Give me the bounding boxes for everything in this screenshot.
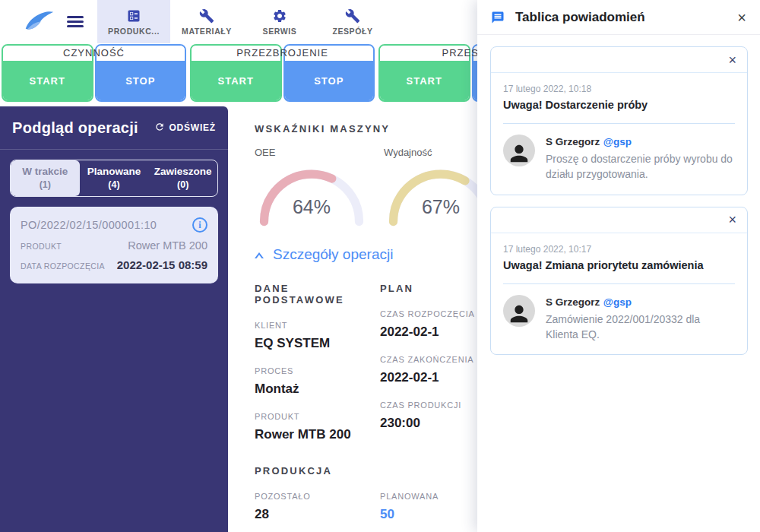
- notification-card: × 17 lutego 2022, 10:17 Uwaga! Zmiana pr…: [490, 207, 748, 356]
- field-label: PROCES: [255, 366, 380, 375]
- tab-zawieszone[interactable]: Zawieszone (0): [148, 160, 217, 196]
- tab-w-trakcie[interactable]: W trakcie (1): [11, 160, 80, 196]
- notifications-panel: Tablica powiadomień × × 17 lutego 2022, …: [477, 0, 760, 532]
- tab-label: PRODUKC...: [108, 27, 160, 36]
- gears-icon: [272, 8, 287, 24]
- start-button[interactable]: START: [3, 61, 92, 100]
- message-board-icon: [491, 11, 505, 24]
- divider: [503, 123, 735, 124]
- wrench-icon: [199, 8, 214, 24]
- tab-label: W trakcie: [12, 166, 78, 177]
- tab-count: (0): [150, 179, 216, 190]
- field-label: POZOSTAŁO: [255, 492, 380, 501]
- action-group-czynnosc: START STOP CZYNNOŚĆ: [2, 44, 186, 102]
- start-card: START: [378, 44, 470, 102]
- card-header: ×: [491, 207, 747, 233]
- gauge-value: 64%: [255, 196, 369, 218]
- notification-message: Proszę o dostarczenie próby wyrobu do dz…: [546, 151, 735, 182]
- notification-title: Uwaga! Zmiana priorytetu zamówienia: [503, 259, 735, 271]
- tab-label: MATERIAŁY: [182, 27, 232, 36]
- action-group-przezbrojenie: START STOP PRZEZBROJENIE: [190, 44, 375, 102]
- author-handle[interactable]: @gsp: [603, 136, 632, 147]
- start-button[interactable]: START: [380, 61, 469, 100]
- panel-header: Tablica powiadomień ×: [477, 0, 760, 35]
- info-icon[interactable]: i: [192, 217, 207, 233]
- stop-card: STOP: [95, 44, 187, 102]
- chevron-up-icon: [255, 248, 264, 261]
- sidebar-title: Podgląd operacji: [12, 119, 138, 137]
- column-title: DANE PODSTAWOWE: [255, 283, 380, 306]
- notification-message: Zamówienie 2022/001/20332 dla Klienta EQ…: [546, 312, 735, 343]
- sidebar-header: Podgląd operacji ODŚWIEŻ: [0, 106, 228, 150]
- tab-label: Planowane: [81, 166, 147, 177]
- tab-serwis[interactable]: SERWIS: [243, 0, 316, 43]
- wrench-icon: [345, 8, 360, 24]
- app-window: PRODUKC... MATERIAŁY SERWIS ZESPÓŁY: [0, 0, 760, 532]
- card-header: ×: [491, 47, 747, 73]
- nav-tabs: PRODUKC... MATERIAŁY SERWIS ZESPÓŁY: [97, 0, 389, 43]
- tab-label: SERWIS: [263, 27, 297, 36]
- notification-date: 17 lutego 2022, 10:18: [503, 84, 735, 94]
- field-label: PRODUKT: [255, 412, 380, 421]
- gauge-dial: 64%: [255, 163, 369, 233]
- column-pozostalo: POZOSTAŁO 28: [255, 477, 380, 522]
- refresh-icon: [154, 122, 165, 135]
- tab-count: (1): [12, 179, 78, 190]
- tab-planowane[interactable]: Planowane (4): [80, 160, 149, 196]
- author-handle[interactable]: @gsp: [603, 296, 632, 308]
- divider: [503, 283, 735, 284]
- stop-button[interactable]: STOP: [97, 61, 185, 100]
- avatar: [503, 295, 535, 327]
- ballot-icon: [126, 8, 141, 24]
- start-button[interactable]: START: [192, 61, 280, 100]
- close-notification-icon[interactable]: ×: [728, 53, 736, 67]
- operation-state-tabs: W trakcie (1) Planowane (4) Zawieszone (…: [10, 160, 218, 197]
- field-value: 28: [255, 507, 380, 522]
- panel-title: Tablica powiadomień: [515, 10, 737, 25]
- row-label: DATA ROZPOCZĘCIA: [21, 261, 105, 271]
- start-card: START: [2, 44, 93, 102]
- tab-count: (4): [81, 179, 147, 190]
- notification-title: Uwaga! Dostarczenie próby: [503, 99, 735, 111]
- field-value: Rower MTB 200: [255, 427, 380, 442]
- start-card: START: [190, 44, 282, 102]
- author-name: S Grzegorz: [546, 296, 600, 308]
- author-name: S Grzegorz: [546, 136, 600, 147]
- stop-card: STOP: [283, 44, 375, 102]
- column-dane-podstawowe: DANE PODSTAWOWE KLIENT EQ SYSTEM PROCES …: [255, 283, 380, 442]
- field-label: KLIENT: [255, 321, 380, 330]
- tab-label: Zawieszone: [150, 166, 216, 177]
- card-row-data-rozpoczecia: DATA ROZPOCZĘCIA 2022-02-15 08:59: [21, 258, 207, 271]
- close-panel-icon[interactable]: ×: [737, 10, 746, 25]
- toggle-label: Szczegóły operacji: [273, 246, 393, 263]
- card-row-produkt: PRODUKT Rower MTB 200: [21, 239, 207, 252]
- gauge-title: OEE: [255, 147, 369, 158]
- field-value: Montaż: [255, 382, 380, 397]
- menu-hamburger-icon[interactable]: [67, 16, 84, 27]
- avatar: [503, 135, 535, 166]
- notification-card: × 17 lutego 2022, 10:18 Uwaga! Dostarcze…: [490, 46, 748, 195]
- refresh-button[interactable]: ODŚWIEŻ: [154, 122, 216, 135]
- stop-button[interactable]: STOP: [285, 61, 374, 100]
- field-value: EQ SYSTEM: [255, 336, 380, 351]
- tab-label: ZESPÓŁY: [332, 27, 372, 36]
- row-value: 2022-02-15 08:59: [117, 258, 207, 271]
- tab-materialy[interactable]: MATERIAŁY: [170, 0, 243, 43]
- app-logo-icon: [21, 9, 56, 35]
- operation-id: PO/2022/02/15/000001:10: [21, 219, 157, 231]
- tab-produkcja[interactable]: PRODUKC...: [97, 0, 170, 43]
- close-notification-icon[interactable]: ×: [728, 213, 736, 226]
- operations-sidebar: Podgląd operacji ODŚWIEŻ W trakcie (1) P…: [0, 106, 228, 532]
- notification-date: 17 lutego 2022, 10:17: [503, 244, 735, 255]
- refresh-label: ODŚWIEŻ: [169, 122, 216, 133]
- row-label: PRODUKT: [21, 242, 62, 251]
- gauge-oee: OEE 64%: [255, 147, 369, 233]
- row-value: Rower MTB 200: [128, 239, 207, 252]
- tab-zespoly[interactable]: ZESPÓŁY: [316, 0, 389, 43]
- operation-card[interactable]: PO/2022/02/15/000001:10 i PRODUKT Rower …: [10, 207, 218, 283]
